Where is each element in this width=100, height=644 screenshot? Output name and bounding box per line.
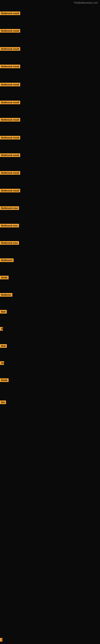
bottleneck-badge: B xyxy=(0,327,3,331)
bottleneck-badge: Bottle xyxy=(0,378,9,382)
bottleneck-row: Bottlenec xyxy=(0,293,12,298)
bottleneck-badge: Bottleneck result xyxy=(0,47,20,51)
bottleneck-badge: Bottleneck result xyxy=(0,118,20,122)
bottleneck-row: Bottleneck result xyxy=(0,153,20,158)
bottleneck-badge: Bottleneck result xyxy=(0,83,20,86)
bottleneck-row: Bottleneck xyxy=(0,258,14,263)
bottleneck-row: B xyxy=(0,327,3,332)
bottleneck-row: Bottleneck resu xyxy=(0,206,19,211)
bottleneck-badge: Bottleneck resu xyxy=(0,241,19,245)
bottleneck-badge: Bottleneck result xyxy=(0,153,20,157)
bottleneck-badge: Bottleneck result xyxy=(0,64,20,68)
bottleneck-badge: Bottleneck result xyxy=(0,29,20,32)
bottleneck-row: Bott xyxy=(0,310,7,314)
bottleneck-badge: Bottlenec xyxy=(0,293,12,297)
bottleneck-badge: Bottleneck result xyxy=(0,136,20,140)
bottleneck-row: Bottleneck resu xyxy=(0,224,19,228)
bottleneck-row: Bottleneck resu xyxy=(0,241,19,246)
site-title: TheBottlenecker.com xyxy=(74,1,98,4)
bottleneck-row: Bottleneck result xyxy=(0,47,20,52)
bottleneck-row: Bottleneck result xyxy=(0,29,20,34)
bottleneck-row: Bottleneck result xyxy=(0,12,20,16)
bottleneck-row: Bottleneck result xyxy=(0,189,20,193)
bottleneck-row: Bott xyxy=(0,344,7,348)
bottleneck-row: Bottleneck result xyxy=(0,100,20,105)
bottleneck-badge: Bottleneck resu xyxy=(0,224,19,228)
bottleneck-badge: Bo xyxy=(0,361,4,365)
bottleneck-badge: Bottleneck result xyxy=(0,12,20,15)
bottleneck-badge: Bottleneck result xyxy=(0,100,20,104)
bottleneck-badge: Bottleneck resu xyxy=(0,206,19,210)
bottleneck-row: Bottleneck result xyxy=(0,136,20,140)
bottleneck-badge: Bot xyxy=(0,400,6,404)
bottleneck-badge: Bottle xyxy=(0,276,9,279)
bottleneck-row: | xyxy=(0,638,2,642)
bottleneck-row: Bottleneck result xyxy=(0,118,20,122)
bottleneck-row: Bottleneck result xyxy=(0,83,20,87)
bottleneck-row: Bottleneck result xyxy=(0,171,20,176)
bottleneck-badge: Bottleneck result xyxy=(0,171,20,175)
bottleneck-row: Bottle xyxy=(0,276,9,280)
bottleneck-badge: Bott xyxy=(0,344,7,348)
bottleneck-row: Bottle xyxy=(0,378,9,383)
bottleneck-row: Bottleneck result xyxy=(0,64,20,69)
bottleneck-badge: Bottleneck result xyxy=(0,189,20,192)
bottleneck-badge: | xyxy=(0,638,2,642)
bottleneck-badge: Bottleneck xyxy=(0,258,14,262)
bottleneck-row: Bo xyxy=(0,361,4,366)
bottleneck-badge: Bott xyxy=(0,310,7,314)
bottleneck-row: Bot xyxy=(0,400,6,405)
